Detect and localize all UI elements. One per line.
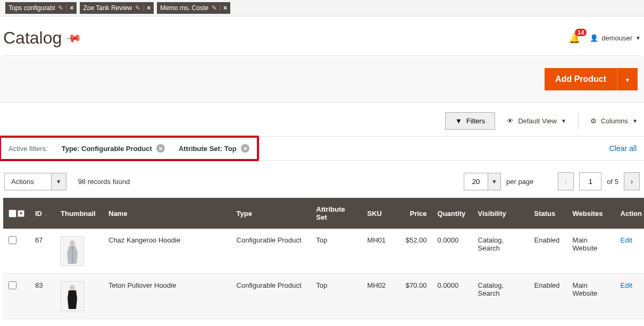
- cell-type: Configurable Product: [231, 229, 311, 274]
- col-websites[interactable]: Websites: [567, 198, 615, 229]
- col-action: Action: [615, 198, 644, 229]
- cell-sku: MH01: [362, 229, 397, 274]
- products-grid: ▼ ID↓ Thumbnail Name Type Attribute Set …: [3, 198, 644, 319]
- table-row[interactable]: 83 Teton Pullover Hoodie Configurable Pr…: [3, 274, 644, 319]
- cell-status: Enabled: [529, 274, 567, 319]
- cell-price: $70.00: [397, 274, 432, 319]
- chevron-down-icon: ▼: [632, 118, 638, 124]
- remove-filter-icon[interactable]: ✕: [156, 144, 165, 153]
- filters-label: Filters: [466, 117, 485, 125]
- chevron-down-icon[interactable]: ▼: [18, 210, 24, 217]
- per-page-label: per page: [506, 178, 533, 186]
- current-page-input[interactable]: [579, 172, 601, 190]
- cell-id: 67: [30, 229, 55, 274]
- cell-websites: Main Website: [567, 274, 615, 319]
- separator: [578, 113, 579, 129]
- col-attribute-set[interactable]: Attribute Set: [311, 198, 362, 229]
- default-view-menu[interactable]: 👁 Default View ▼: [507, 117, 566, 125]
- thumbnail-image[interactable]: [61, 236, 84, 266]
- tab-label: Memo ms. Coste: [160, 4, 208, 12]
- row-checkbox[interactable]: [9, 236, 16, 244]
- gear-icon: ⚙: [590, 117, 597, 125]
- eye-icon: 👁: [507, 117, 514, 125]
- chevron-left-icon: ‹: [565, 177, 567, 186]
- col-type[interactable]: Type: [231, 198, 311, 229]
- filter-chip-text: Type: Configurable Product: [62, 145, 152, 153]
- cell-attribute-set: Top: [311, 274, 362, 319]
- funnel-icon: ▼: [455, 117, 462, 125]
- thumbnail-image[interactable]: [61, 281, 84, 311]
- col-name[interactable]: Name: [103, 198, 231, 229]
- tab-label: Zoe Tank Review: [83, 4, 132, 12]
- next-page-button[interactable]: ›: [624, 172, 640, 190]
- svg-point-3: [70, 285, 75, 290]
- cell-type: Configurable Product: [231, 274, 311, 319]
- cell-price: $52.00: [397, 229, 432, 274]
- chevron-down-icon: ▼: [488, 173, 500, 190]
- filters-button[interactable]: ▼ Filters: [445, 112, 495, 130]
- cell-visibility: Catalog, Search: [473, 274, 529, 319]
- records-toolbar: Actions ▼ 98 records found ▼ per page ‹ …: [0, 161, 644, 198]
- page-title: Catalog 📌: [3, 28, 80, 48]
- records-found-text: 98 records found: [78, 178, 130, 186]
- cell-attribute-set: Top: [311, 229, 362, 274]
- filter-chip: Type: Configurable Product ✕: [62, 144, 165, 153]
- edit-link[interactable]: Edit: [621, 281, 632, 289]
- cell-name: Chaz Kangeroo Hoodie: [103, 229, 231, 274]
- tab-item[interactable]: Tops configurabl ✎ ×: [5, 2, 77, 14]
- col-status[interactable]: Status: [529, 198, 567, 229]
- tab-label: Tops configurabl: [9, 4, 55, 12]
- notifications-button[interactable]: 🔔 14: [568, 32, 580, 44]
- col-thumbnail[interactable]: Thumbnail: [55, 198, 103, 229]
- pencil-icon[interactable]: ✎: [58, 4, 63, 12]
- user-icon: 👤: [590, 34, 598, 42]
- col-visibility[interactable]: Visibility: [473, 198, 529, 229]
- pencil-icon[interactable]: ✎: [135, 4, 140, 12]
- close-icon[interactable]: ×: [144, 4, 150, 12]
- user-menu[interactable]: 👤 demouser ▼: [590, 34, 641, 42]
- select-all-control[interactable]: ▼: [9, 210, 24, 218]
- svg-point-1: [70, 240, 75, 246]
- col-price[interactable]: Price: [397, 198, 432, 229]
- chevron-down-icon: ▼: [52, 173, 66, 190]
- default-view-label: Default View: [518, 117, 557, 125]
- cell-status: Enabled: [529, 229, 567, 274]
- notification-count: 14: [575, 29, 587, 36]
- col-quantity[interactable]: Quantity: [432, 198, 473, 229]
- table-row[interactable]: 67 Chaz Kangeroo Hoodie Configurable Pro…: [3, 229, 644, 274]
- clear-all-link[interactable]: Clear all: [609, 144, 644, 153]
- edit-link[interactable]: Edit: [621, 236, 632, 244]
- cell-name: Teton Pullover Hoodie: [103, 274, 231, 319]
- tab-item[interactable]: Zoe Tank Review ✎ ×: [80, 2, 154, 14]
- per-page-input[interactable]: [464, 173, 488, 190]
- per-page-select[interactable]: ▼: [464, 173, 501, 190]
- primary-actions-bar: Add Product ▼: [0, 56, 644, 103]
- cell-id: 83: [30, 274, 55, 319]
- select-all-checkbox[interactable]: [9, 210, 16, 218]
- pushpin-icon[interactable]: 📌: [65, 29, 83, 47]
- mass-actions-label: Actions: [4, 173, 52, 190]
- active-filters-row: Active filters: Type: Configurable Produ…: [0, 136, 644, 161]
- remove-filter-icon[interactable]: ✕: [241, 144, 249, 153]
- cell-quantity: 0.0000: [432, 229, 473, 274]
- add-product-button[interactable]: Add Product: [545, 68, 617, 90]
- close-icon[interactable]: ×: [220, 4, 227, 12]
- pencil-icon[interactable]: ✎: [212, 4, 217, 12]
- active-filters-label: Active filters:: [9, 145, 48, 153]
- tab-item[interactable]: Memo ms. Coste ✎ ×: [157, 2, 230, 14]
- close-icon[interactable]: ×: [66, 4, 73, 12]
- row-checkbox[interactable]: [9, 281, 16, 289]
- columns-menu[interactable]: ⚙ Columns ▼: [590, 117, 638, 125]
- mass-actions-dropdown[interactable]: Actions ▼: [4, 173, 66, 190]
- cell-quantity: 0.0000: [432, 274, 473, 319]
- cell-visibility: Catalog, Search: [473, 229, 529, 274]
- page-of-label: of 5: [607, 178, 618, 186]
- prev-page-button[interactable]: ‹: [558, 172, 574, 190]
- add-product-split-button: Add Product ▼: [545, 68, 638, 90]
- username: demouser: [601, 34, 632, 42]
- chevron-right-icon: ›: [631, 177, 633, 186]
- col-id[interactable]: ID: [35, 210, 42, 218]
- cell-websites: Main Website: [567, 229, 615, 274]
- col-sku[interactable]: SKU: [362, 198, 397, 229]
- add-product-dropdown-toggle[interactable]: ▼: [617, 68, 638, 90]
